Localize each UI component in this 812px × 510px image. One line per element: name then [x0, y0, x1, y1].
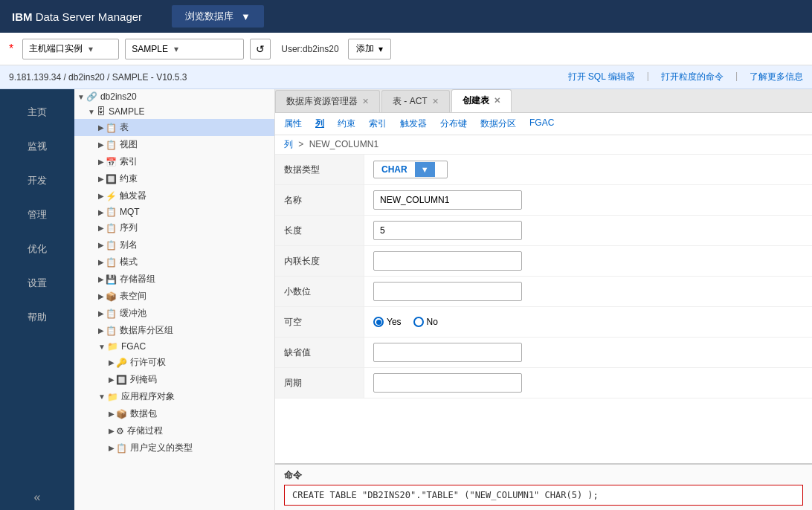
- datatype-value: CHAR: [374, 161, 415, 178]
- tree-node-columnmasks[interactable]: ▶ 🔲 列掩码: [74, 371, 274, 388]
- value-period: [364, 369, 812, 397]
- command-sql: CREATE TABLE "DB2INS20"."TABLE" ("NEW_CO…: [284, 485, 803, 506]
- label-nullable: 可空: [275, 307, 364, 337]
- nav-chevron-icon: ▼: [241, 11, 251, 22]
- nav-item-monitor[interactable]: 监视: [0, 129, 74, 164]
- udt-icon: 📋: [116, 443, 127, 453]
- form-row-inline-length: 内联长度: [275, 246, 812, 277]
- toolbar-indexes[interactable]: 索引: [369, 117, 387, 130]
- partgroup-icon: 📋: [106, 326, 117, 336]
- nav-item-admin[interactable]: 管理: [0, 198, 74, 232]
- radio-no-button[interactable]: [413, 317, 424, 327]
- tab-close-icon[interactable]: ✕: [432, 97, 439, 106]
- collapse-icon: ▶: [98, 326, 104, 335]
- toolbar-properties[interactable]: 属性: [284, 117, 302, 130]
- tree-node-schemas[interactable]: ▶ 📋 模式: [74, 254, 274, 271]
- value-nullable: Yes No: [364, 312, 812, 332]
- form-row-nullable: 可空 Yes No: [275, 307, 812, 338]
- nav-item-help[interactable]: 帮助: [0, 300, 74, 335]
- form-area: 数据类型 CHAR ▼ 名称 长度: [275, 155, 812, 463]
- tree-node-sequences[interactable]: ▶ 📋 序列: [74, 219, 274, 236]
- label-default: 缺省值: [275, 338, 364, 367]
- tree-node-aliases[interactable]: ▶ 📋 别名: [74, 236, 274, 254]
- tree-node-storedprocs[interactable]: ▶ ⚙ 存储过程: [74, 422, 274, 439]
- divider1: |: [647, 71, 649, 83]
- radio-no[interactable]: No: [413, 317, 438, 327]
- tree-node-bufferpools[interactable]: ▶ 📋 缓冲池: [74, 305, 274, 322]
- tab-create-table[interactable]: 创建表 ✕: [451, 89, 512, 112]
- toolbar-columns[interactable]: 列: [315, 117, 324, 130]
- tree-node-SAMPLE[interactable]: ▼ 🗄 SAMPLE: [74, 104, 274, 119]
- tab-label: 数据库资源管理器: [286, 95, 358, 108]
- toolbar-datapartition[interactable]: 数据分区: [480, 117, 516, 130]
- inline-length-input[interactable]: [373, 251, 522, 271]
- tree-node-triggers[interactable]: ▶ ⚡ 触发器: [74, 187, 274, 204]
- radio-yes[interactable]: Yes: [373, 317, 402, 327]
- radio-yes-button[interactable]: [373, 317, 384, 327]
- tree-node-indexes[interactable]: ▶ 📅 索引: [74, 153, 274, 170]
- decimal-input[interactable]: [373, 282, 522, 301]
- open-sql-editor-link[interactable]: 打开 SQL 编辑器: [568, 71, 635, 83]
- tablespace-icon: 📦: [106, 291, 117, 302]
- tab-close-icon[interactable]: ✕: [362, 97, 369, 106]
- period-input[interactable]: [373, 373, 522, 393]
- tab-table-act[interactable]: 表 - ACT ✕: [381, 90, 450, 112]
- nav-item-home[interactable]: 主页: [0, 95, 74, 129]
- tree-node-db2ins20[interactable]: ▼ 🔗 db2ins20: [74, 89, 274, 104]
- length-input[interactable]: [373, 221, 522, 240]
- value-length: [364, 216, 812, 245]
- datatype-dropdown[interactable]: CHAR ▼: [373, 161, 448, 178]
- collapse-nav-button[interactable]: «: [34, 491, 41, 504]
- collapse-icon: ▶: [98, 309, 104, 317]
- toolbar-triggers[interactable]: 触发器: [400, 117, 427, 130]
- tabs-bar: 数据库资源管理器 ✕ 表 - ACT ✕ 创建表 ✕: [275, 89, 812, 113]
- database-name-dropdown[interactable]: SAMPLE ▾: [125, 39, 244, 59]
- learn-more-link[interactable]: 了解更多信息: [750, 71, 803, 83]
- tree-node-rowpermissions[interactable]: ▶ 🔑 行许可权: [74, 354, 274, 371]
- form-row-decimal: 小数位: [275, 277, 812, 307]
- collapse-icon: ▶: [109, 358, 115, 367]
- name-input[interactable]: [373, 190, 522, 210]
- colmask-icon: 🔲: [116, 375, 127, 385]
- toolbar-constraints[interactable]: 约束: [338, 117, 355, 130]
- tab-db-explorer[interactable]: 数据库资源管理器 ✕: [275, 90, 380, 112]
- tree-node-mqt[interactable]: ▶ 📋 MQT: [74, 204, 274, 219]
- tree-node-appobjects[interactable]: ▼ 📁 应用程序对象: [74, 388, 274, 405]
- refresh-button[interactable]: ↺: [250, 39, 271, 59]
- toolbar-fgac[interactable]: FGAC: [529, 117, 554, 130]
- host-instance-dropdown[interactable]: 主机端口实例 ▾: [22, 39, 119, 59]
- value-inline-length: [364, 247, 812, 275]
- collapse-icon: ▶: [98, 123, 104, 132]
- tree-node-tables[interactable]: ▶ 📋 表: [74, 119, 274, 136]
- tree-node-constraints[interactable]: ▶ 🔲 约束: [74, 170, 274, 187]
- divider2: |: [735, 71, 738, 83]
- nav-item-settings[interactable]: 设置: [0, 266, 74, 300]
- tree-node-packages[interactable]: ▶ 📦 数据包: [74, 405, 274, 422]
- tab-close-icon[interactable]: ✕: [494, 96, 500, 106]
- tree-node-dbpartitiongroups[interactable]: ▶ 📋 数据库分区组: [74, 322, 274, 339]
- toolbar-distkeys[interactable]: 分布键: [440, 117, 467, 130]
- breadcrumb-columns[interactable]: 列: [284, 139, 293, 149]
- nav-item-optimize[interactable]: 优化: [0, 232, 74, 266]
- browse-db-nav[interactable]: 浏览数据库 ▼: [172, 5, 264, 28]
- collapse-icon: ▶: [98, 224, 104, 232]
- open-granular-cmd-link[interactable]: 打开粒度的命令: [661, 71, 724, 83]
- default-input[interactable]: [373, 343, 522, 362]
- collapse-icon: ▶: [109, 427, 115, 435]
- datatype-chevron-icon[interactable]: ▼: [415, 162, 435, 177]
- tree-node-tablespaces[interactable]: ▶ 📦 表空间: [74, 288, 274, 305]
- add-button[interactable]: 添加 ▾: [348, 39, 391, 59]
- form-row-datatype: 数据类型 CHAR ▼: [275, 155, 812, 185]
- package-icon: 📦: [116, 409, 127, 419]
- tree-node-udts[interactable]: ▶ 📋 用户定义的类型: [74, 439, 274, 456]
- tree-node-views[interactable]: ▶ 📋 视图: [74, 136, 274, 153]
- tree-node-fgac[interactable]: ▼ 📁 FGAC: [74, 339, 274, 354]
- nav-item-dev[interactable]: 开发: [0, 164, 74, 198]
- value-name: [364, 186, 812, 214]
- constraint-icon: 🔲: [106, 174, 117, 184]
- tree-node-storagegroups[interactable]: ▶ 💾 存储器组: [74, 271, 274, 288]
- sequence-icon: 📋: [106, 223, 117, 233]
- expand-icon: ▼: [88, 108, 95, 116]
- expand-icon: ▼: [98, 393, 106, 401]
- tab-label: 创建表: [463, 94, 489, 107]
